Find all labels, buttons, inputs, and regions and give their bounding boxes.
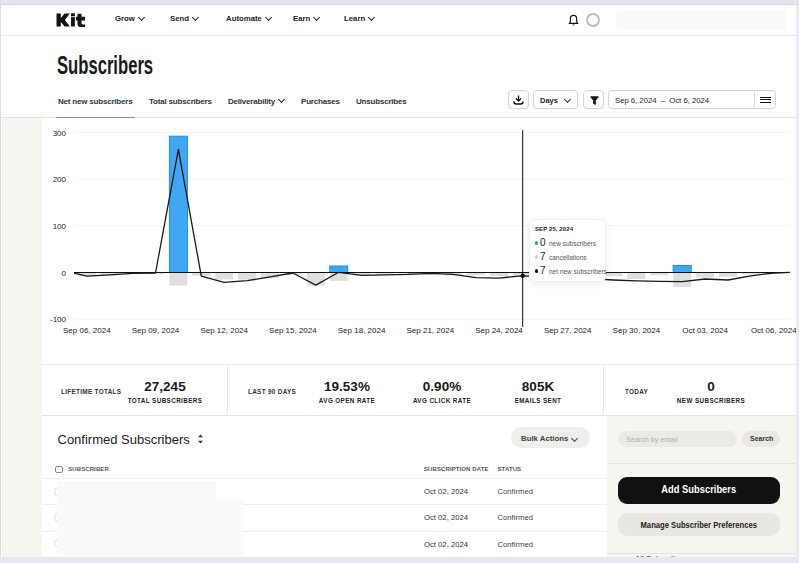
svg-text:Sep 27, 2024: Sep 27, 2024 xyxy=(544,326,592,335)
svg-text:300: 300 xyxy=(53,129,67,138)
svg-text:Sep 30, 2024: Sep 30, 2024 xyxy=(613,326,661,335)
svg-text:Sep 24, 2024: Sep 24, 2024 xyxy=(475,326,523,335)
svg-text:Sep 18, 2024: Sep 18, 2024 xyxy=(338,326,386,335)
svg-text:100: 100 xyxy=(53,222,67,231)
svg-text:Sep 06, 2024: Sep 06, 2024 xyxy=(63,326,111,335)
svg-text:Sep 15, 2024: Sep 15, 2024 xyxy=(269,326,317,335)
svg-text:Oct 03, 2024: Oct 03, 2024 xyxy=(682,326,728,335)
svg-text:200: 200 xyxy=(53,175,67,184)
svg-text:Sep 12, 2024: Sep 12, 2024 xyxy=(200,326,248,335)
svg-text:Sep 21, 2024: Sep 21, 2024 xyxy=(406,326,454,335)
svg-text:-100: -100 xyxy=(50,315,67,324)
svg-text:Oct 06, 2024: Oct 06, 2024 xyxy=(751,326,796,335)
svg-text:Sep 09, 2024: Sep 09, 2024 xyxy=(132,326,180,335)
svg-text:0: 0 xyxy=(62,269,67,278)
